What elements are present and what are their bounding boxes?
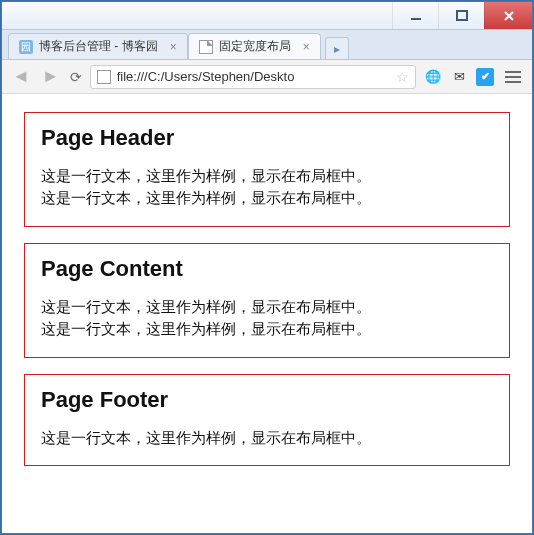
window-titlebar — [2, 2, 532, 30]
back-button[interactable]: ◄ — [10, 66, 32, 87]
extension-mail-icon[interactable]: ✉ — [450, 68, 468, 86]
page-viewport: Page Header 这是一行文本，这里作为样例，显示在布局框中。 这是一行文… — [2, 94, 532, 533]
forward-button[interactable]: ► — [40, 66, 62, 87]
layout-box-header: Page Header 这是一行文本，这里作为样例，显示在布局框中。 这是一行文… — [24, 112, 510, 227]
maximize-icon — [456, 10, 468, 22]
tab-close-button[interactable]: × — [170, 40, 177, 54]
tab-title: 固定宽度布局 — [219, 38, 291, 55]
box-text-line: 这是一行文本，这里作为样例，显示在布局框中。 — [41, 296, 493, 318]
page-icon — [97, 70, 111, 84]
tab-close-button[interactable]: × — [303, 40, 310, 54]
extension-globe-icon[interactable]: 🌐 — [424, 68, 442, 86]
address-bar[interactable]: file:///C:/Users/Stephen/Deskto ☆ — [90, 65, 416, 89]
box-heading: Page Content — [41, 256, 493, 282]
browser-window: 园 博客后台管理 - 博客园 × 固定宽度布局 × ▸ ◄ ► ⟳ file:/… — [1, 1, 533, 534]
browser-tab[interactable]: 园 博客后台管理 - 博客园 × — [8, 33, 188, 59]
close-icon — [503, 10, 515, 22]
box-text-line: 这是一行文本，这里作为样例，显示在布局框中。 — [41, 318, 493, 340]
tab-strip: 园 博客后台管理 - 博客园 × 固定宽度布局 × ▸ — [2, 30, 532, 60]
layout-box-footer: Page Footer 这是一行文本，这里作为样例，显示在布局框中。 — [24, 374, 510, 466]
new-tab-button[interactable]: ▸ — [325, 37, 349, 59]
favicon-icon — [199, 40, 213, 54]
tab-title: 博客后台管理 - 博客园 — [39, 38, 158, 55]
box-text-line: 这是一行文本，这里作为样例，显示在布局框中。 — [41, 165, 493, 187]
layout-box-content: Page Content 这是一行文本，这里作为样例，显示在布局框中。 这是一行… — [24, 243, 510, 358]
box-text-line: 这是一行文本，这里作为样例，显示在布局框中。 — [41, 187, 493, 209]
minimize-icon — [410, 10, 422, 22]
svg-rect-1 — [457, 11, 467, 20]
reload-button[interactable]: ⟳ — [70, 69, 82, 85]
svg-rect-0 — [411, 18, 421, 20]
bookmark-star-icon[interactable]: ☆ — [396, 69, 409, 85]
window-close-button[interactable] — [484, 2, 532, 29]
browser-menu-button[interactable] — [502, 68, 524, 86]
box-text-line: 这是一行文本，这里作为样例，显示在布局框中。 — [41, 427, 493, 449]
browser-toolbar: ◄ ► ⟳ file:///C:/Users/Stephen/Deskto ☆ … — [2, 60, 532, 94]
url-text: file:///C:/Users/Stephen/Deskto — [117, 69, 295, 84]
window-maximize-button[interactable] — [438, 2, 484, 29]
box-heading: Page Header — [41, 125, 493, 151]
extension-badge-icon[interactable]: ✔ — [476, 68, 494, 86]
box-heading: Page Footer — [41, 387, 493, 413]
favicon-icon: 园 — [19, 40, 33, 54]
window-minimize-button[interactable] — [392, 2, 438, 29]
browser-tab[interactable]: 固定宽度布局 × — [188, 33, 321, 59]
